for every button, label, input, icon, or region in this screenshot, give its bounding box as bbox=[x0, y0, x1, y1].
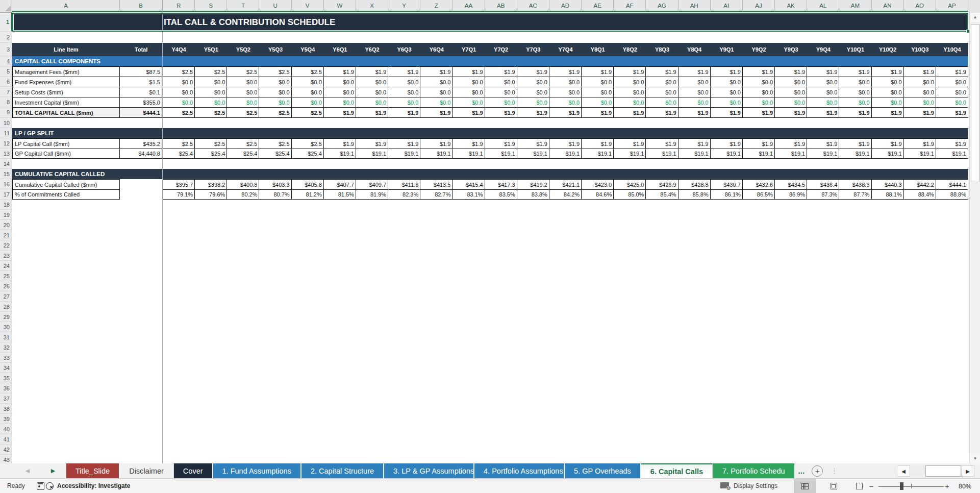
value-cell[interactable]: $1.9 bbox=[904, 138, 936, 149]
table-header-quarter-Y6Q2[interactable]: Y6Q2 bbox=[356, 43, 388, 56]
sheet-tab-7-portfolio-schedu[interactable]: 7. Portfolio Schedu bbox=[713, 463, 794, 478]
column-header-AE[interactable]: AE bbox=[582, 0, 614, 12]
table-header-quarter-Y9Q2[interactable]: Y9Q2 bbox=[743, 43, 775, 56]
sheet-tab-6-capital-calls[interactable]: 6. Capital Calls bbox=[641, 463, 713, 478]
value-cell[interactable]: $0.0 bbox=[743, 97, 775, 107]
value-cell[interactable]: $0.0 bbox=[388, 87, 420, 97]
table-header-quarter-Y5Q4[interactable]: Y5Q4 bbox=[292, 43, 324, 56]
column-header-AK[interactable]: AK bbox=[775, 0, 807, 12]
value-cell[interactable]: $1.9 bbox=[324, 66, 356, 77]
value-cell[interactable]: $0.0 bbox=[420, 87, 453, 97]
zoom-slider-thumb[interactable] bbox=[900, 482, 903, 490]
value-cell[interactable]: $1.9 bbox=[711, 107, 743, 118]
row-header-40[interactable]: 40 bbox=[0, 424, 12, 434]
value-cell[interactable]: $25.4 bbox=[195, 149, 227, 159]
normal-view-button[interactable] bbox=[794, 479, 816, 493]
value-cell[interactable]: $2.5 bbox=[292, 107, 324, 118]
value-cell[interactable]: $0.0 bbox=[292, 97, 324, 107]
value-cell[interactable]: $1.9 bbox=[646, 66, 678, 77]
value-cell[interactable]: $1.9 bbox=[549, 138, 582, 149]
value-cell[interactable]: $0.0 bbox=[163, 97, 195, 107]
value-cell[interactable]: $0.0 bbox=[356, 77, 388, 87]
more-tabs-indicator[interactable]: ... bbox=[795, 463, 808, 478]
value-cell[interactable]: 85.0% bbox=[614, 189, 646, 200]
sheet-tab-1-fund-assumptions[interactable]: 1. Fund Assumptions bbox=[213, 463, 300, 478]
value-cell[interactable]: $0.0 bbox=[582, 77, 614, 87]
row-header-19[interactable]: 19 bbox=[0, 210, 12, 220]
value-cell[interactable]: $2.5 bbox=[163, 107, 195, 118]
value-cell[interactable]: $1.9 bbox=[420, 107, 453, 118]
value-cell[interactable]: $2.5 bbox=[259, 138, 291, 149]
row-label-16[interactable]: Cumulative Capital Called ($mm) bbox=[12, 179, 120, 189]
value-cell[interactable]: 83.5% bbox=[485, 189, 517, 200]
row-header-31[interactable]: 31 bbox=[0, 332, 12, 342]
value-cell[interactable]: $0.0 bbox=[453, 77, 485, 87]
value-cell[interactable]: $1.9 bbox=[807, 66, 839, 77]
value-cell[interactable]: $1.9 bbox=[872, 66, 904, 77]
value-cell[interactable]: $1.9 bbox=[646, 107, 678, 118]
value-cell[interactable]: $1.9 bbox=[646, 138, 678, 149]
value-cell[interactable]: $0.0 bbox=[839, 87, 871, 97]
table-header-quarter-Y8Q4[interactable]: Y8Q4 bbox=[679, 43, 711, 56]
value-cell[interactable]: $1.9 bbox=[517, 138, 549, 149]
row-header-27[interactable]: 27 bbox=[0, 291, 12, 302]
value-cell[interactable]: $1.9 bbox=[743, 107, 775, 118]
value-cell[interactable]: $1.9 bbox=[356, 107, 388, 118]
value-cell[interactable]: $0.0 bbox=[614, 87, 646, 97]
row-header-3[interactable]: 3 bbox=[0, 43, 12, 56]
row-header-18[interactable]: 18 bbox=[0, 200, 12, 210]
value-cell[interactable]: $1.9 bbox=[517, 66, 549, 77]
value-cell[interactable]: $434.5 bbox=[775, 179, 807, 189]
value-cell[interactable]: $407.7 bbox=[324, 179, 356, 189]
value-cell[interactable]: $1.9 bbox=[743, 66, 775, 77]
value-cell[interactable]: $19.1 bbox=[775, 149, 807, 159]
value-cell[interactable]: $2.5 bbox=[292, 138, 324, 149]
row-header-10[interactable]: 10 bbox=[0, 118, 12, 128]
row-label-13[interactable]: GP Capital Call ($mm) bbox=[12, 149, 120, 159]
row-header-23[interactable]: 23 bbox=[0, 251, 12, 261]
value-cell[interactable]: $400.8 bbox=[227, 179, 259, 189]
scroll-left-button[interactable]: ◀ bbox=[897, 465, 910, 477]
value-cell[interactable]: $442.2 bbox=[904, 179, 936, 189]
value-cell[interactable]: $398.2 bbox=[195, 179, 227, 189]
vertical-scrollbar[interactable]: ▲ ▼ bbox=[969, 13, 980, 463]
column-header-T[interactable]: T bbox=[227, 0, 259, 12]
value-cell[interactable]: $438.3 bbox=[839, 179, 871, 189]
value-cell[interactable]: $19.1 bbox=[485, 149, 517, 159]
value-cell[interactable]: $428.8 bbox=[679, 179, 711, 189]
value-cell[interactable]: $0.0 bbox=[872, 87, 904, 97]
total-cell-8[interactable]: $355.0 bbox=[120, 97, 162, 107]
value-cell[interactable]: $0.0 bbox=[646, 87, 678, 97]
value-cell[interactable]: $0.0 bbox=[743, 87, 775, 97]
value-cell[interactable]: $1.9 bbox=[904, 107, 936, 118]
sheet-tab-5-gp-overheads[interactable]: 5. GP Overheads bbox=[565, 463, 640, 478]
value-cell[interactable]: $432.6 bbox=[743, 179, 775, 189]
value-cell[interactable]: $2.5 bbox=[195, 66, 227, 77]
row-label-5[interactable]: Management Fees ($mm) bbox=[12, 66, 120, 77]
value-cell[interactable]: $2.5 bbox=[195, 138, 227, 149]
value-cell[interactable]: $1.9 bbox=[775, 66, 807, 77]
value-cell[interactable]: $1.9 bbox=[388, 107, 420, 118]
value-cell[interactable]: $1.9 bbox=[388, 138, 420, 149]
value-cell[interactable]: $0.0 bbox=[420, 77, 453, 87]
value-cell[interactable]: $19.1 bbox=[517, 149, 549, 159]
row-label-7[interactable]: Setup Costs ($mm) bbox=[12, 87, 120, 97]
value-cell[interactable]: $0.0 bbox=[453, 97, 485, 107]
sheet-tab-4-portfolio-assumptions[interactable]: 4. Portfolio Assumptions bbox=[474, 463, 564, 478]
table-header-quarter-Y5Q3[interactable]: Y5Q3 bbox=[259, 43, 291, 56]
value-cell[interactable]: $0.0 bbox=[807, 77, 839, 87]
value-cell[interactable]: $1.9 bbox=[420, 138, 453, 149]
row-label-9[interactable]: TOTAL CAPITAL CALL ($mm) bbox=[12, 107, 120, 118]
value-cell[interactable]: $0.0 bbox=[549, 87, 582, 97]
value-cell[interactable]: $0.0 bbox=[292, 77, 324, 87]
column-header-AD[interactable]: AD bbox=[549, 0, 582, 12]
vertical-scrollbar-thumb[interactable] bbox=[971, 24, 979, 182]
total-cell-5[interactable]: $87.5 bbox=[120, 66, 162, 77]
row-label-17[interactable]: % of Commitments Called bbox=[12, 189, 120, 200]
value-cell[interactable]: 81.2% bbox=[292, 189, 324, 200]
value-cell[interactable]: 84.2% bbox=[549, 189, 582, 200]
row-header-13[interactable]: 13 bbox=[0, 149, 12, 159]
table-header-quarter-Y8Q3[interactable]: Y8Q3 bbox=[646, 43, 678, 56]
row-header-37[interactable]: 37 bbox=[0, 393, 12, 404]
column-header-W[interactable]: W bbox=[324, 0, 356, 12]
